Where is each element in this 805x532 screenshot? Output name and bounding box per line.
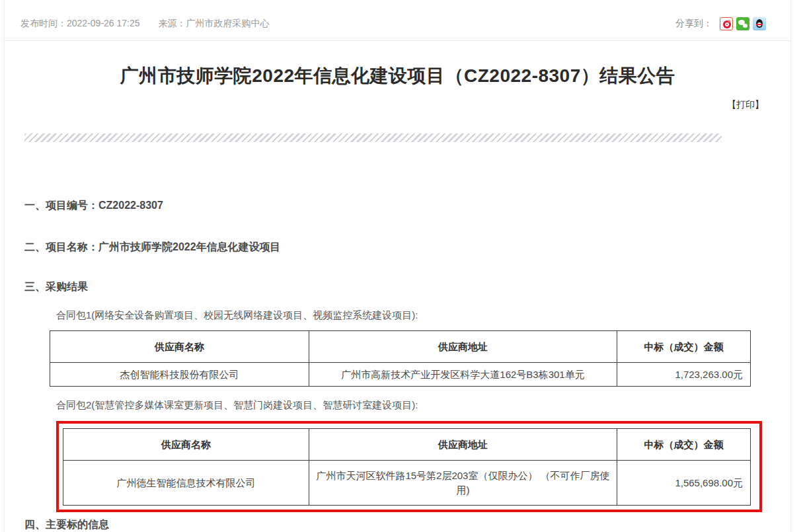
supplier-address-cell: 广州市高新技术产业开发区科学大道162号B3栋301单元 [309, 363, 617, 387]
weibo-spark-shape [728, 20, 730, 22]
table-header-row: 供应商名称 供应商地址 中标（成交）金额 [50, 331, 751, 363]
result-table-package1: 供应商名称 供应商地址 中标（成交）金额 杰创智能科技股份有限公司 广州市高新技… [50, 330, 751, 387]
table-header-row: 供应商名称 供应商地址 中标（成交）金额 [63, 429, 751, 461]
publish-time: 发布时间：2022-09-26 17:25 [20, 18, 140, 30]
column-header-supplier-address: 供应商地址 [309, 331, 617, 363]
supplier-name-cell: 广州德生智能信息技术有限公司 [63, 461, 309, 506]
table-row: 杰创智能科技股份有限公司 广州市高新技术产业开发区科学大道162号B3栋301单… [50, 363, 751, 387]
wechat-share-icon[interactable] [736, 17, 749, 30]
award-amount-cell: 1,723,263.00元 [617, 363, 751, 387]
result-table-package2: 供应商名称 供应商地址 中标（成交）金额 广州德生智能信息技术有限公司 广州市天… [63, 428, 751, 506]
weibo-share-icon[interactable] [720, 17, 733, 30]
column-header-award-amount: 中标（成交）金额 [617, 331, 751, 363]
column-header-supplier-name: 供应商名称 [50, 331, 309, 363]
print-row: 【打印】 [5, 98, 790, 111]
page-title: 广州市技师学院2022年信息化建设项目（CZ2022-8307）结果公告 [5, 63, 790, 89]
print-button[interactable]: 【打印】 [727, 99, 764, 110]
weibo-eye-shape [726, 24, 728, 25]
package2-intro: 合同包2(智慧管控多媒体课室更新项目、智慧门岗建设项目、智慧研讨室建设项目): [56, 399, 790, 412]
qq-penguin-shape [756, 24, 763, 25]
share-label: 分享到： [675, 18, 712, 30]
section-project-number: 一、项目编号：CZ2022-8307 [24, 199, 790, 212]
package1-intro: 合同包1(网络安全设备购置项目、校园无线网络建设项目、视频监控系统建设项目): [56, 309, 790, 322]
section-procurement-result: 三、采购结果 [24, 280, 790, 293]
wechat-bubble-shape [743, 24, 748, 28]
section-main-subject-info: 四、主要标的信息 [24, 518, 790, 531]
table-row: 广州德生智能信息技术有限公司 广州市天河区软件路15号第2层203室（仅限办公）… [63, 461, 751, 506]
red-highlight-box: 供应商名称 供应商地址 中标（成交）金额 广州德生智能信息技术有限公司 广州市天… [56, 421, 762, 512]
hatched-divider [24, 133, 722, 142]
qq-share-icon[interactable] [753, 17, 766, 30]
section-project-name: 二、项目名称：广州市技师学院2022年信息化建设项目 [24, 241, 790, 254]
supplier-address-cell: 广州市天河区软件路15号第2层203室（仅限办公） （不可作厂房使用) [309, 461, 617, 506]
column-header-supplier-address: 供应商地址 [309, 429, 617, 461]
article-body: 一、项目编号：CZ2022-8307 二、项目名称：广州市技师学院2022年信息… [5, 199, 790, 532]
source: 来源：广州市政府采购中心 [159, 18, 270, 30]
page-container: 发布时间：2022-09-26 17:25 来源：广州市政府采购中心 分享到： … [4, 0, 791, 532]
column-header-award-amount: 中标（成交）金额 [617, 429, 751, 461]
supplier-name-cell: 杰创智能科技股份有限公司 [50, 363, 309, 387]
column-header-supplier-name: 供应商名称 [63, 429, 309, 461]
meta-bar: 发布时间：2022-09-26 17:25 来源：广州市政府采购中心 分享到： [5, 0, 790, 41]
share-area: 分享到： [675, 17, 766, 30]
award-amount-cell: 1,565,698.00元 [617, 461, 751, 506]
